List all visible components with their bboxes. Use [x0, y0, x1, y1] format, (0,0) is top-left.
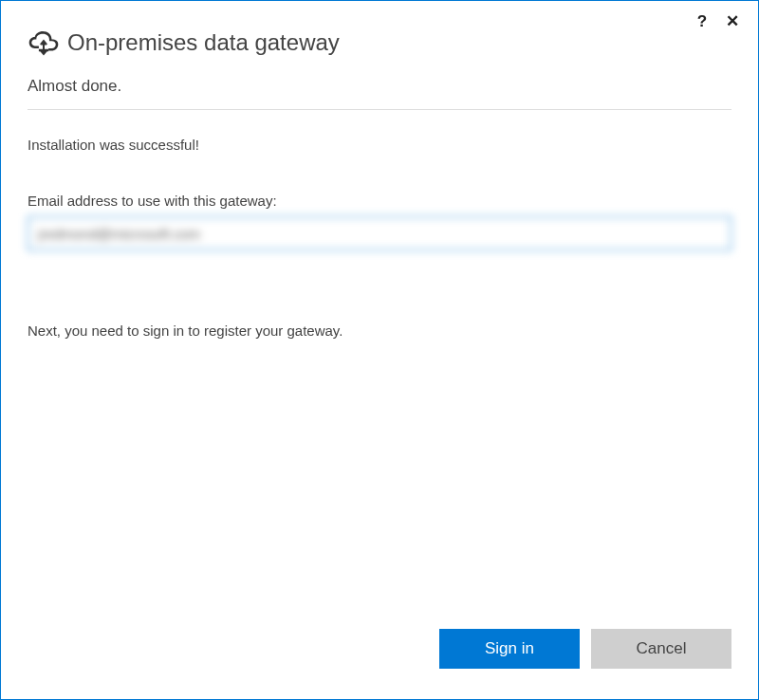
content-area: Installation was successful! Email addre… — [28, 110, 731, 629]
page-title: On-premises data gateway — [67, 29, 340, 56]
close-icon[interactable]: ✕ — [724, 12, 741, 29]
email-input[interactable] — [28, 216, 731, 250]
footer-buttons: Sign in Cancel — [28, 629, 731, 672]
help-icon[interactable]: ? — [694, 12, 711, 29]
header: On-premises data gateway — [28, 29, 731, 56]
gateway-installer-window: ? ✕ On-premises data gateway Almost done… — [0, 0, 759, 700]
install-success-message: Installation was successful! — [28, 137, 731, 153]
sign-in-button[interactable]: Sign in — [439, 629, 580, 669]
cloud-gateway-icon — [28, 29, 60, 56]
email-label: Email address to use with this gateway: — [28, 193, 731, 209]
titlebar-controls: ? ✕ — [694, 12, 741, 29]
subtitle: Almost done. — [28, 77, 731, 96]
next-step-text: Next, you need to sign in to register yo… — [28, 322, 731, 339]
cancel-button[interactable]: Cancel — [591, 629, 731, 669]
